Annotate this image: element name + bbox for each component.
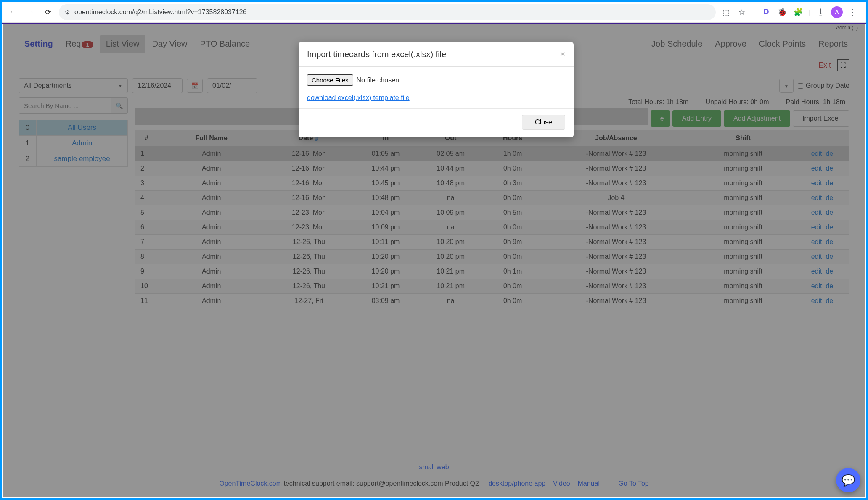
extension-bug-icon[interactable]: 🐞 [776, 6, 788, 18]
url-text: opentimeclock.com/q2/mListview.html?v=17… [74, 8, 247, 16]
install-app-icon[interactable]: ⬚ [720, 6, 732, 18]
download-template-link[interactable]: download excel(.xlsx) template file [307, 94, 410, 101]
modal-title: Import timecards from excel(.xlsx) file [307, 50, 446, 59]
choose-files-button[interactable]: Choose Files [307, 74, 353, 86]
close-button[interactable]: Close [522, 115, 565, 130]
no-file-label: No file chosen [357, 76, 399, 84]
star-icon[interactable]: ☆ [736, 6, 748, 18]
download-icon[interactable]: ⭳ [815, 6, 827, 18]
reload-button[interactable]: ⟳ [41, 5, 55, 19]
forward-button[interactable]: → [24, 5, 37, 19]
close-icon[interactable]: × [560, 49, 565, 60]
profile-avatar[interactable]: A [831, 6, 843, 18]
extension-d-icon[interactable]: D [760, 6, 772, 18]
address-bar[interactable]: ⚙ opentimeclock.com/q2/mListview.html?v=… [59, 4, 716, 20]
import-modal: Import timecards from excel(.xlsx) file … [299, 42, 574, 137]
browser-toolbar: ← → ⟳ ⚙ opentimeclock.com/q2/mListview.h… [2, 2, 866, 23]
kebab-menu-icon[interactable]: ⋮ [847, 6, 859, 18]
chat-widget[interactable]: 💬 [836, 468, 860, 492]
site-controls-icon[interactable]: ⚙ [65, 9, 70, 16]
extensions-icon[interactable]: 🧩 [792, 6, 804, 18]
back-button[interactable]: ← [6, 5, 19, 19]
